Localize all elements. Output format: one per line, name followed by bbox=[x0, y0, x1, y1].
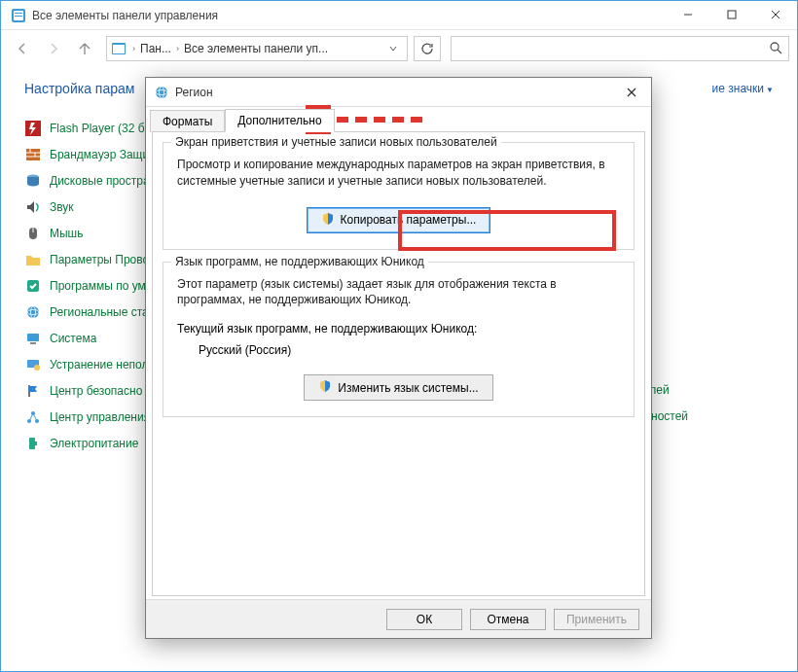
svg-line-11 bbox=[778, 50, 781, 53]
search-icon[interactable] bbox=[769, 41, 782, 57]
chevron-down-icon[interactable] bbox=[383, 42, 403, 55]
ok-button[interactable]: ОК bbox=[386, 609, 462, 630]
flag-icon bbox=[24, 382, 42, 400]
main-titlebar: Все элементы панели управления bbox=[1, 1, 797, 30]
cancel-button[interactable]: Отмена bbox=[470, 609, 546, 630]
apply-button[interactable]: Применить bbox=[554, 609, 639, 630]
window-controls bbox=[666, 1, 797, 30]
network-icon bbox=[24, 408, 42, 426]
dialog-close-button[interactable] bbox=[612, 78, 651, 106]
chevron-right-icon: › bbox=[174, 44, 181, 53]
maximize-button[interactable] bbox=[709, 1, 753, 29]
svg-rect-5 bbox=[728, 11, 736, 18]
button-label: Копировать параметры... bbox=[341, 213, 477, 227]
firewall-icon bbox=[24, 146, 42, 163]
search-box[interactable] bbox=[451, 36, 789, 61]
svg-rect-9 bbox=[113, 45, 125, 53]
disk-icon bbox=[24, 172, 42, 190]
search-input[interactable] bbox=[457, 42, 769, 55]
window-title: Все элементы панели управления bbox=[32, 9, 666, 22]
flash-icon bbox=[24, 120, 42, 137]
svg-rect-33 bbox=[29, 438, 35, 449]
programs-icon bbox=[24, 277, 42, 295]
dialog-title: Регион bbox=[175, 86, 612, 99]
dialog-button-row: ОК Отмена Применить bbox=[146, 599, 651, 638]
system-icon bbox=[24, 330, 42, 347]
up-button[interactable] bbox=[71, 35, 98, 62]
close-button[interactable] bbox=[753, 1, 797, 29]
svg-rect-2 bbox=[15, 13, 22, 14]
group-non-unicode: Язык программ, не поддерживающих Юникод … bbox=[163, 262, 635, 418]
control-panel-window: Все элементы панели управления › Пан... … bbox=[0, 0, 798, 672]
group-legend: Экран приветствия и учетные записи новых… bbox=[171, 135, 501, 149]
page-title: Настройка парам bbox=[24, 81, 134, 96]
power-icon bbox=[24, 435, 42, 452]
group-description: Этот параметр (язык системы) задает язык… bbox=[177, 276, 620, 309]
shield-icon bbox=[321, 212, 335, 229]
tab-formats[interactable]: Форматы bbox=[150, 110, 225, 132]
svg-point-28 bbox=[34, 365, 40, 371]
current-language-label: Текущий язык программ, не поддерживающих… bbox=[177, 322, 620, 336]
region-dialog: Регион Форматы Дополнительно Экран приве… bbox=[145, 77, 652, 639]
current-language-value: Русский (Россия) bbox=[177, 343, 620, 357]
minimize-button[interactable] bbox=[666, 1, 709, 29]
tab-strip: Форматы Дополнительно bbox=[146, 107, 651, 132]
svg-rect-3 bbox=[15, 16, 22, 17]
folder-options-icon bbox=[24, 251, 42, 268]
svg-rect-34 bbox=[35, 442, 37, 445]
sound-icon bbox=[24, 198, 42, 216]
back-button[interactable] bbox=[9, 35, 36, 62]
svg-rect-26 bbox=[30, 342, 36, 344]
troubleshoot-icon bbox=[24, 356, 42, 373]
change-system-locale-button[interactable]: Изменить язык системы... bbox=[304, 374, 492, 401]
button-label: Изменить язык системы... bbox=[338, 381, 478, 395]
group-legend: Язык программ, не поддерживающих Юникод bbox=[171, 255, 428, 268]
globe-icon bbox=[24, 303, 42, 321]
tab-advanced[interactable]: Дополнительно bbox=[225, 109, 334, 132]
group-description: Просмотр и копирование международных пар… bbox=[177, 157, 620, 190]
mouse-icon bbox=[24, 225, 42, 242]
forward-button[interactable] bbox=[40, 35, 67, 62]
chevron-right-icon: › bbox=[130, 44, 137, 53]
view-dropdown[interactable]: ие значки▼ bbox=[712, 82, 774, 95]
control-panel-icon bbox=[11, 8, 26, 23]
dialog-titlebar[interactable]: Регион bbox=[146, 78, 651, 107]
refresh-button[interactable] bbox=[414, 36, 441, 61]
breadcrumb[interactable]: › Пан... › Все элементы панели уп... bbox=[106, 36, 408, 61]
svg-point-35 bbox=[156, 87, 167, 98]
navigation-bar: › Пан... › Все элементы панели уп... bbox=[1, 30, 797, 67]
globe-icon bbox=[154, 85, 169, 100]
breadcrumb-segment[interactable]: Все элементы панели уп... bbox=[181, 42, 331, 55]
shield-icon bbox=[318, 379, 332, 396]
svg-point-22 bbox=[27, 306, 39, 318]
chevron-down-icon: ▼ bbox=[766, 86, 774, 94]
copy-settings-button[interactable]: Копировать параметры... bbox=[307, 207, 491, 233]
control-panel-small-icon bbox=[111, 41, 127, 56]
svg-rect-25 bbox=[27, 334, 39, 341]
svg-rect-13 bbox=[26, 149, 40, 160]
svg-point-10 bbox=[771, 43, 779, 51]
tab-body: Экран приветствия и учетные записи новых… bbox=[152, 131, 645, 596]
group-welcome-screen: Экран приветствия и учетные записи новых… bbox=[163, 142, 635, 250]
breadcrumb-segment[interactable]: Пан... bbox=[137, 42, 174, 55]
